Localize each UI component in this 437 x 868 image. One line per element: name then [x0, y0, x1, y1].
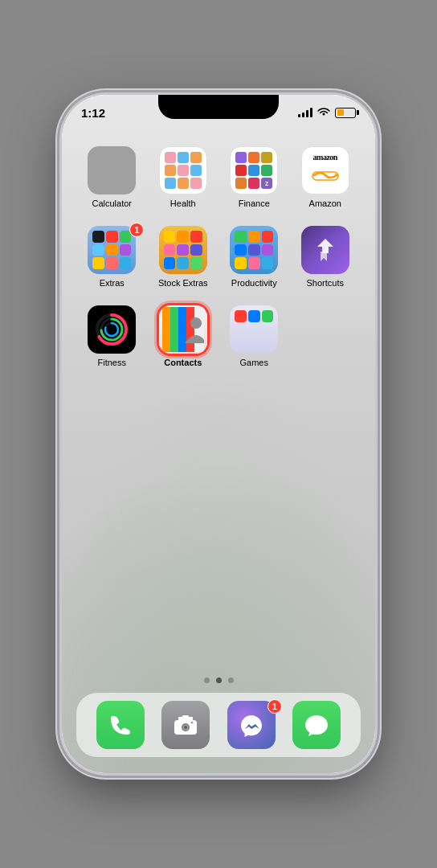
svg-rect-7	[162, 307, 170, 352]
app-item-fitness[interactable]: Fitness	[83, 305, 141, 367]
battery-icon	[335, 108, 356, 118]
extras-label: Extras	[100, 278, 125, 288]
app-item-finance[interactable]: Z Finance	[225, 146, 283, 208]
app-row-1: Calculator	[76, 146, 361, 208]
app-item-empty	[296, 305, 354, 354]
app-item-contacts[interactable]: Contacts	[154, 305, 212, 367]
app-item-stock-extras[interactable]: Stock Extras	[154, 226, 212, 288]
page-dot-1[interactable]	[204, 678, 210, 683]
svg-rect-8	[170, 307, 178, 352]
home-content: Calculator	[62, 130, 375, 773]
app-item-calculator[interactable]: Calculator	[83, 146, 141, 208]
page-dot-3[interactable]	[228, 678, 234, 683]
phone-icon	[96, 701, 145, 749]
amazon-icon: amazon	[301, 146, 349, 194]
notch	[158, 95, 279, 119]
app-item-shortcuts[interactable]: Shortcuts	[296, 226, 354, 288]
shortcuts-label: Shortcuts	[307, 278, 344, 288]
finance-label: Finance	[239, 199, 270, 208]
stock-extras-icon	[159, 226, 207, 274]
app-item-games[interactable]: Games	[225, 305, 283, 367]
dock-item-messenger[interactable]: 1	[223, 701, 280, 749]
phone-frame: 1:12	[62, 95, 375, 773]
app-item-amazon[interactable]: amazon Amazon	[296, 146, 354, 208]
app-item-health[interactable]: Health	[154, 146, 212, 208]
status-time: 1:12	[81, 106, 105, 120]
games-icon	[230, 305, 278, 354]
camera-icon	[161, 701, 210, 749]
extras-icon	[88, 226, 136, 274]
calculator-label: Calculator	[92, 199, 132, 208]
status-icons	[298, 107, 356, 119]
app-row-2: 1 Extras	[76, 226, 361, 288]
extras-badge: 1	[129, 223, 144, 237]
svg-rect-9	[178, 307, 186, 352]
wifi-icon	[317, 107, 330, 119]
svg-rect-11	[194, 307, 204, 352]
dock: 1	[76, 693, 361, 757]
dock-item-camera[interactable]	[157, 701, 214, 749]
dock-item-phone[interactable]	[92, 701, 149, 749]
shortcuts-icon	[301, 226, 349, 274]
stock-extras-label: Stock Extras	[158, 278, 208, 288]
svg-point-12	[190, 317, 202, 329]
productivity-icon	[230, 226, 278, 274]
app-row-3: Fitness	[76, 305, 361, 367]
svg-point-16	[184, 726, 187, 729]
calculator-icon	[88, 146, 136, 194]
app-item-extras[interactable]: 1 Extras	[83, 226, 141, 288]
productivity-label: Productivity	[231, 278, 277, 288]
page-dot-2[interactable]	[216, 678, 222, 683]
app-grid: Calculator	[62, 130, 375, 668]
messenger-badge: 1	[268, 699, 282, 714]
app-item-productivity[interactable]: Productivity	[225, 226, 283, 288]
finance-icon: Z	[230, 146, 278, 194]
contacts-icon	[159, 305, 207, 354]
dock-item-messages[interactable]	[288, 701, 345, 749]
health-label: Health	[170, 199, 196, 208]
health-icon	[159, 146, 207, 194]
contacts-label: Contacts	[164, 358, 202, 367]
page-dots	[62, 668, 375, 693]
signal-bars-icon	[298, 108, 312, 117]
messages-icon	[292, 701, 341, 749]
amazon-label: Amazon	[309, 199, 341, 208]
fitness-label: Fitness	[98, 358, 126, 367]
svg-point-17	[191, 722, 194, 724]
fitness-icon	[88, 305, 136, 354]
svg-rect-10	[186, 307, 194, 352]
games-label: Games	[240, 358, 268, 367]
